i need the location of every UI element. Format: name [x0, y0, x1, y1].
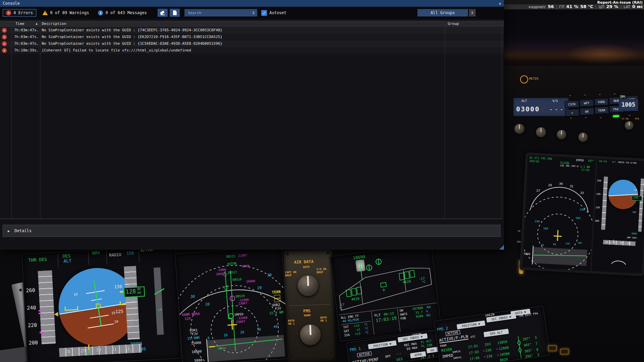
log-table-header: Time ▲ Description Group: [0, 21, 504, 27]
isa-unit: °C: [365, 331, 369, 335]
wing-bracket-left: [65, 306, 78, 311]
gwcg-unit: %: [426, 310, 428, 313]
fps-value: 56: [548, 4, 554, 9]
cstr-button[interactable]: CSTR: [565, 101, 579, 108]
mcdu1-tab-ga[interactable]: GA: [426, 347, 438, 354]
mcdu1-opt-value: ---: [396, 352, 401, 356]
warnings-filter-button[interactable]: 0 of 89 Warnings: [39, 9, 92, 16]
console-titlebar[interactable]: Console ✕: [0, 0, 504, 7]
fps-label: кадров/с: [529, 5, 546, 9]
nd-vor1-id: FJV: [192, 332, 198, 336]
meter-button[interactable]: [520, 75, 528, 83]
nd-vor2-id: FJV: [275, 306, 281, 311]
fcu-knob-2[interactable]: [536, 127, 546, 137]
mcdu1-tab-position[interactable]: POSITION ▼: [368, 340, 397, 350]
fma-lateral-mode: NAV: [92, 250, 100, 256]
log-row[interactable]: ✕ 7h:03m:47s. No SimPropContainer exists…: [0, 40, 504, 47]
panel-button-1[interactable]: [548, 345, 557, 351]
fma-vertical-armed: ALT: [64, 258, 72, 264]
nd-wpt-db518: DB518: [232, 278, 242, 282]
close-icon[interactable]: ✕: [499, 1, 501, 6]
fma-radio-value: 150: [127, 251, 134, 256]
nd-fo: GS 271 TAS 280 259/10 ILS30L LOC 30L CRY…: [522, 155, 596, 271]
mcdu2-col-spd-alt: SPD ALT: [483, 329, 509, 337]
groups-dropdown[interactable]: All Groups: [417, 9, 468, 16]
messages-filter-button[interactable]: i 0 of 643 Messages: [95, 9, 150, 16]
tat-label: TAT: [343, 325, 349, 329]
fcu-knob-3[interactable]: [557, 130, 566, 139]
panel-button-2[interactable]: [560, 349, 569, 355]
nd-wpt-db520: DB520: [236, 294, 245, 298]
fo-prof-160: 160: [577, 242, 582, 245]
meter-label: METER: [529, 77, 538, 81]
vord-button[interactable]: VORD: [594, 98, 609, 106]
pitch-label-dn1: 10: [111, 311, 116, 315]
nd-cstr-10000: 10000: [246, 280, 256, 284]
fcu-vs-label: V/S: [552, 100, 558, 103]
qnh-display: 1005: [619, 99, 638, 111]
log-row[interactable]: ✕ 7h:10m:39s. [Coherent GT] Failed to lo…: [0, 47, 504, 54]
mcdu1-opt-label: OPT: [385, 355, 391, 359]
column-header-description[interactable]: Description: [42, 22, 66, 26]
tank-left-temp-unit: °C: [339, 307, 343, 311]
source-select-panel: AIR DATA AUTO CAPT ON BKUP F/O ON BKUP F…: [283, 249, 336, 362]
fcu-alt-vs-display: ALT V/S 03000 - - - -: [513, 98, 569, 116]
log-row[interactable]: ✕ 7h:03m:47s. No SimPropContainer exists…: [0, 34, 504, 40]
fpln-trk: 297° 3: [522, 336, 537, 341]
fpln-utc: 17:05: [469, 356, 480, 361]
hdg-tick-28: 28: [65, 349, 70, 354]
pitch-label-dn2: 20: [114, 320, 119, 324]
autoset-label: Autoset: [269, 10, 286, 15]
horizon-glow: [566, 43, 640, 65]
nd-range-30-left: 30: [190, 295, 195, 299]
mcdu2-tab-position[interactable]: POSITION ▼: [456, 321, 485, 330]
log-time: 7h:10m:39s.: [14, 48, 39, 52]
vs-value: 14: [158, 308, 162, 312]
nd-mora-value: 124: [184, 317, 191, 321]
resize-handle[interactable]: [499, 245, 504, 250]
errors-filter-button[interactable]: ✕ 4 Errors: [3, 9, 36, 17]
warning-icon: [42, 10, 48, 15]
mcdu1-title: FMS 1: [349, 347, 361, 353]
aircraft-symbol-box: [96, 303, 101, 309]
copy-log-button[interactable]: [170, 9, 180, 17]
autoset-checkbox[interactable]: ✓: [261, 10, 267, 16]
search-field[interactable]: X: [184, 9, 257, 16]
log-row[interactable]: ✕ 7h:03m:47s. No SimPropContainer exists…: [0, 27, 504, 34]
fcu-knob-4[interactable]: [578, 133, 588, 142]
qnh-knob[interactable]: [625, 121, 634, 130]
sort-ascending-icon[interactable]: ▲: [36, 22, 37, 26]
profile-dist-10: 10: [224, 333, 228, 337]
fpln-alt: 9020: [500, 357, 508, 362]
column-divider: [40, 21, 40, 219]
air-data-knob[interactable]: [297, 275, 319, 296]
mcdu2-col-utc: UTC: [471, 335, 476, 339]
terr-button[interactable]: TERR: [595, 107, 609, 114]
fcu-knob-1[interactable]: [514, 124, 524, 134]
wpt-button[interactable]: WPT: [579, 99, 594, 107]
console-window: Console ✕ ✕ 4 Errors 0 of 89 Warnings i …: [0, 0, 504, 250]
column-header-group[interactable]: Group: [448, 22, 459, 26]
fo-compass-30: 30: [559, 182, 563, 186]
clear-console-button[interactable]: [158, 9, 168, 17]
speed-tick-260: 260: [26, 287, 35, 293]
details-expander[interactable]: ▶ Details: [3, 225, 501, 237]
wx-button[interactable]: WX: [580, 108, 594, 115]
search-clear-button[interactable]: X: [252, 11, 255, 15]
gpu-label: ГП: [559, 5, 564, 9]
groups-clear-button[interactable]: X: [469, 9, 476, 16]
nd-wpt-db515: DB515: [226, 255, 235, 259]
nd-cstr-218: 218KT: [238, 254, 247, 258]
mcdu2-page-title: ACTIVE/F-PLN: [439, 334, 469, 343]
aircraft-ref-button[interactable]: ✈: [565, 109, 579, 116]
column-header-time[interactable]: Time: [15, 22, 25, 26]
column-divider: [445, 21, 445, 219]
fma-radio-label: RADIO: [109, 253, 122, 258]
profile-dist-30: 30: [257, 327, 261, 331]
error-icon: ✕: [2, 48, 7, 53]
log-table-body: [0, 27, 504, 219]
log-description: [Coherent GT] Failed to locate file vfs:…: [42, 48, 191, 52]
stat-separator: |: [620, 5, 622, 9]
search-input[interactable]: [187, 10, 252, 15]
fms-knob[interactable]: [300, 324, 321, 346]
